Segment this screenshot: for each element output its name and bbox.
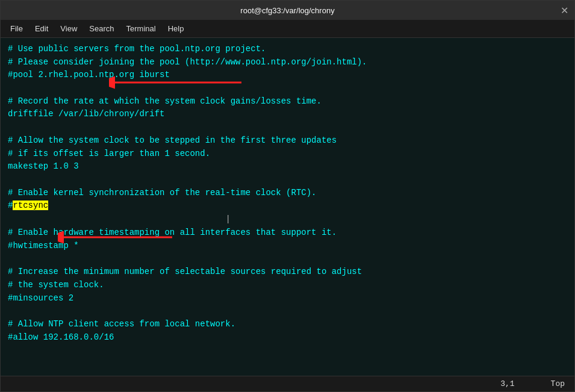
menu-edit[interactable]: Edit (30, 23, 53, 34)
menu-bar: File Edit View Search Terminal Help (1, 20, 574, 38)
code-line-7 (8, 121, 567, 134)
scroll-position: Top (551, 379, 565, 388)
menu-search[interactable]: Search (84, 23, 119, 34)
window-title: root@cfg33:/var/log/chrony (240, 6, 334, 15)
code-line-1: # Use public servers from the pool.ntp.o… (8, 43, 567, 56)
code-line-15: # Enable hardware timestamping on all in… (8, 226, 567, 240)
code-line-12: # Enable kernel synchronization of the r… (8, 187, 567, 200)
code-line-10: makestep 1.0 3 (8, 160, 567, 173)
code-line-3: #pool 2.rhel.pool.ntp.org iburst (8, 69, 567, 82)
menu-view[interactable]: View (55, 23, 82, 34)
title-bar: root@cfg33:/var/log/chrony ✕ (1, 1, 574, 20)
code-line-17 (8, 253, 567, 266)
code-line-9: # if its offset is larger than 1 second. (8, 148, 567, 161)
code-line-16: #hwtimestamp * (8, 240, 567, 253)
cursor-position: 3,1 (500, 379, 514, 388)
code-line-14: | (8, 213, 567, 226)
menu-help[interactable]: Help (163, 23, 189, 34)
terminal-content[interactable]: # Use public servers from the pool.ntp.o… (1, 38, 574, 376)
status-bar: 3,1 Top (1, 376, 574, 391)
code-line-2: # Please consider joining the pool (http… (8, 56, 567, 69)
code-line-5: # Record the rate at which the system cl… (8, 95, 567, 108)
code-line-6: driftfile /var/lib/chrony/drift (8, 108, 567, 121)
code-line-11 (8, 173, 567, 187)
code-line-21 (8, 305, 567, 318)
menu-terminal[interactable]: Terminal (122, 23, 161, 34)
code-line-4 (8, 82, 567, 95)
menu-file[interactable]: File (5, 23, 28, 34)
code-line-23: #allow 192.168.0.0/16 (8, 331, 567, 344)
code-line-18: # Increase the minimum number of selecta… (8, 266, 567, 279)
code-line-19: # the system clock. (8, 279, 567, 292)
close-button[interactable]: ✕ (561, 5, 568, 16)
code-line-20: #minsources 2 (8, 292, 567, 305)
code-line-13: #rtcsync (8, 199, 567, 213)
code-line-22: # Allow NTP client access from local net… (8, 318, 567, 331)
code-line-8: # Allow the system clock to be stepped i… (8, 134, 567, 148)
rtcsync-highlight: rtcsync (13, 201, 48, 210)
terminal-window: root@cfg33:/var/log/chrony ✕ File Edit V… (0, 0, 575, 392)
